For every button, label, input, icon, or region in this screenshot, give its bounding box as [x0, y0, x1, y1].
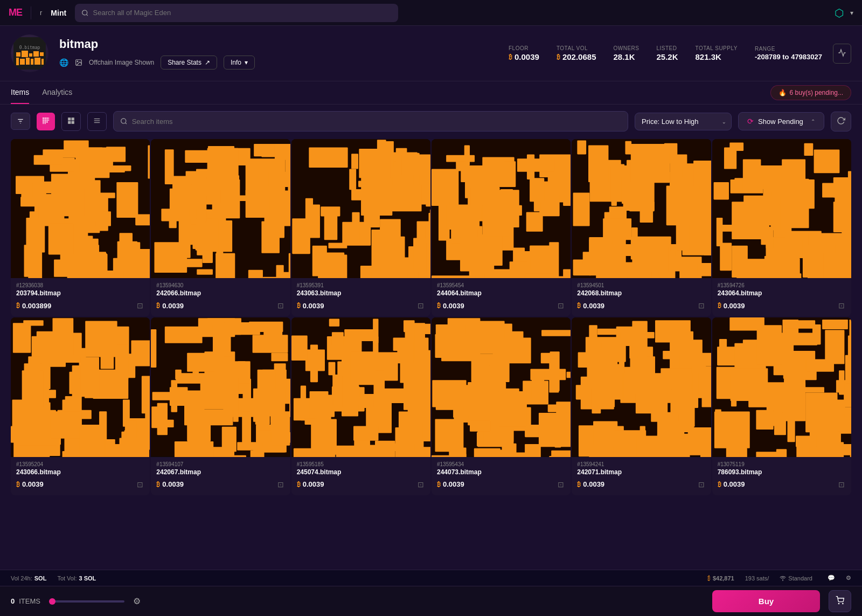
- nav-link-r[interactable]: r: [40, 9, 42, 17]
- item-card[interactable]: #13594630 242066.bitmap ₿ 0.0039 ⊡: [151, 139, 290, 316]
- nav-chevron-icon[interactable]: ▾: [850, 9, 853, 17]
- svg-rect-34: [72, 117, 74, 120]
- expand-button[interactable]: ⊡: [837, 479, 846, 490]
- collection-stats: FLOOR ₿ 0.0039 TOTAL VOL ₿ 202.0685 OWNE…: [509, 45, 822, 61]
- svg-rect-331: [603, 218, 631, 240]
- list-view-button[interactable]: [87, 112, 107, 131]
- item-id: #13595454: [437, 282, 565, 288]
- svg-rect-283: [446, 204, 479, 229]
- item-info: #13075119 786093.bitmap ₿ 0.0039 ⊡: [712, 457, 851, 495]
- price-value: 0.0039: [303, 302, 324, 310]
- svg-rect-588: [350, 352, 376, 385]
- price-value: 0.0039: [162, 480, 184, 488]
- global-search-bar[interactable]: [75, 4, 398, 22]
- svg-rect-529: [253, 389, 285, 417]
- expand-button[interactable]: ⊡: [136, 300, 144, 311]
- item-card[interactable]: #13595454 244064.bitmap ₿ 0.0039 ⊡: [432, 139, 571, 316]
- svg-rect-546: [328, 362, 335, 376]
- item-thumbnail: [572, 317, 711, 456]
- svg-rect-709: [657, 421, 680, 457]
- tab-items[interactable]: Items: [11, 81, 29, 104]
- svg-rect-402: [823, 253, 851, 279]
- svg-rect-338: [588, 160, 621, 167]
- svg-rect-645: [549, 359, 559, 393]
- global-search-input[interactable]: [93, 9, 392, 17]
- item-card[interactable]: #13594726 243064.bitmap ₿ 0.0039 ⊡: [712, 139, 851, 316]
- svg-point-16: [77, 61, 78, 62]
- svg-rect-649: [432, 380, 466, 407]
- svg-rect-768: [784, 321, 815, 329]
- expand-button[interactable]: ⊡: [697, 300, 706, 311]
- filter-toggle-button[interactable]: [11, 113, 30, 130]
- item-card[interactable]: #13595391 243063.bitmap ₿ 0.0039 ⊡: [291, 139, 430, 316]
- svg-rect-58: [94, 192, 115, 198]
- logo[interactable]: ME: [9, 7, 22, 18]
- expand-button[interactable]: ⊡: [837, 300, 846, 311]
- svg-rect-112: [155, 242, 187, 273]
- item-price-row: ₿ 0.0039 ⊡: [437, 300, 565, 311]
- expand-button[interactable]: ⊡: [276, 479, 285, 490]
- expand-button[interactable]: ⊡: [697, 479, 706, 490]
- btc-icon: ₿: [16, 302, 20, 309]
- svg-rect-219: [426, 242, 430, 273]
- svg-rect-376: [804, 143, 813, 156]
- svg-rect-4: [16, 52, 20, 57]
- svg-rect-101: [20, 197, 57, 206]
- svg-rect-589: [329, 319, 339, 327]
- btc-icon-vol: ₿: [557, 53, 560, 61]
- tab-analytics[interactable]: Analytics: [42, 81, 72, 104]
- svg-rect-148: [270, 197, 290, 226]
- svg-rect-334: [698, 263, 711, 276]
- sort-select[interactable]: Price: Low to High Price: High to Low Re…: [635, 113, 732, 130]
- svg-rect-671: [655, 321, 691, 343]
- avatar-image: 0.bitmap: [13, 37, 46, 70]
- search-items-input[interactable]: [132, 117, 621, 126]
- expand-button[interactable]: ⊡: [416, 479, 425, 490]
- pending-badge[interactable]: 🔥 6 buy(s) pending...: [770, 85, 851, 100]
- svg-rect-342: [583, 252, 618, 264]
- item-card[interactable]: #12936038 203794.bitmap ₿ 0.003899 ⊡: [11, 139, 150, 316]
- item-card[interactable]: #13595434 244073.bitmap ₿ 0.0039 ⊡: [432, 317, 571, 495]
- svg-rect-157: [189, 209, 196, 216]
- search-items-bar[interactable]: [113, 111, 628, 131]
- refresh-button[interactable]: [831, 112, 851, 131]
- svg-rect-524: [272, 432, 290, 442]
- item-card[interactable]: #13594501 242068.bitmap ₿ 0.0039 ⊡: [572, 139, 711, 316]
- wallet-icon[interactable]: ⬡: [835, 6, 844, 19]
- price-value: 0.0039: [443, 302, 464, 310]
- nav-right: ⬡ ▾: [835, 6, 853, 19]
- svg-rect-463: [132, 447, 138, 457]
- svg-rect-587: [310, 345, 318, 383]
- expand-button[interactable]: ⊡: [416, 300, 425, 311]
- item-card[interactable]: #13595185 245074.bitmap ₿ 0.0039 ⊡: [291, 317, 430, 495]
- grid-view-button[interactable]: [37, 113, 55, 130]
- info-button[interactable]: Info ▾: [224, 56, 255, 70]
- expand-button[interactable]: ⊡: [557, 300, 565, 311]
- chart-button[interactable]: [833, 44, 851, 64]
- expand-button[interactable]: ⊡: [276, 300, 285, 311]
- item-name: 245074.bitmap: [297, 468, 425, 476]
- expand-button[interactable]: ⊡: [136, 479, 144, 490]
- nav-link-mint[interactable]: Mint: [51, 9, 66, 17]
- svg-rect-748: [849, 320, 851, 355]
- expand-button[interactable]: ⊡: [557, 479, 565, 490]
- item-id: #13594726: [718, 282, 846, 288]
- show-pending-button[interactable]: ⟳ Show Pending ⌃: [738, 112, 824, 130]
- sort-wrapper[interactable]: Price: Low to High Price: High to Low Re…: [635, 113, 732, 130]
- svg-rect-8: [40, 52, 44, 56]
- svg-rect-276: [510, 261, 528, 273]
- item-card[interactable]: #13594241 242071.bitmap ₿ 0.0039 ⊡: [572, 317, 711, 495]
- globe-icon[interactable]: 🌐: [59, 58, 68, 67]
- svg-rect-97: [28, 246, 42, 279]
- share-stats-button[interactable]: Share Stats ↗: [161, 56, 217, 70]
- svg-rect-284: [482, 212, 509, 237]
- item-card[interactable]: #13075119 786093.bitmap ₿ 0.0039 ⊡: [712, 317, 851, 495]
- svg-rect-263: [526, 212, 543, 232]
- grid-normal-view-button[interactable]: [61, 112, 81, 131]
- svg-rect-33: [68, 117, 71, 120]
- price-value: 0.0039: [724, 480, 745, 488]
- svg-rect-683: [710, 446, 711, 456]
- item-card[interactable]: #13595204 243066.bitmap ₿ 0.0039 ⊡: [11, 317, 150, 495]
- item-card[interactable]: #13594107 242067.bitmap ₿ 0.0039 ⊡: [151, 317, 290, 495]
- svg-rect-64: [148, 146, 150, 179]
